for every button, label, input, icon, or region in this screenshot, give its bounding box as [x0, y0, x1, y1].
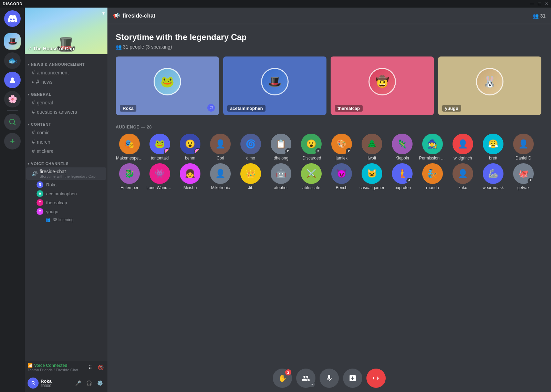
audience-member-idiscarded[interactable]: 😮 🎙 iDiscarded [298, 134, 325, 161]
audience-name: dimo [246, 156, 255, 161]
server-name: ✓ The House of Cap [28, 46, 74, 51]
invite-button[interactable]: ▾ [296, 369, 315, 388]
close-button[interactable]: ✕ [545, 1, 548, 6]
audience-avatar: 👑 [240, 163, 261, 184]
hash-icon: # [32, 139, 35, 145]
audience-member-bench[interactable]: 😈 Bench [328, 163, 355, 190]
audience-name: Entemper [121, 185, 138, 190]
speaker-card-therealcap[interactable]: 🤠 therealcap [331, 56, 434, 115]
audience-member-lone-wanderer[interactable]: 👾 Lone Wanderer [146, 163, 174, 190]
audience-member-jwoff[interactable]: 🌲 jwoff [358, 134, 386, 161]
server-3[interactable] [4, 72, 21, 88]
audience-member-ibuprofen[interactable]: 🧜 🎙 ibuprofen [388, 163, 416, 190]
audience-member-jamiek[interactable]: 🎨 🎙 jamiek [328, 134, 355, 161]
voice-participant-therealcap[interactable]: T therealcap [35, 198, 107, 207]
channel-stickers[interactable]: # stickers [26, 147, 106, 156]
audience-member-casual-gamer[interactable]: 🐱 casual gamer [358, 163, 386, 190]
audience-member-daniel-d[interactable]: 👤 Daniel D [510, 134, 537, 161]
channel-announcement[interactable]: # announcement [26, 68, 106, 77]
audience-avatar: 🧜 🎙 [392, 163, 413, 184]
audience-member-dimo[interactable]: 🌀 dimo [237, 134, 264, 161]
audience-member-wearamask[interactable]: 🦾 wearamask [479, 163, 507, 190]
audience-member-rnanda[interactable]: 🧞 rnanda [419, 163, 446, 190]
mute-button[interactable]: 🎤 [73, 378, 83, 388]
server-2[interactable]: 🐟 [4, 52, 21, 69]
audience-member-zuko[interactable]: 👤 zuko [449, 163, 477, 190]
category-content[interactable]: ▾ CONTENT [25, 117, 107, 128]
settings-button[interactable]: ⚙️ [95, 378, 105, 388]
category-news[interactable]: ▾ NEWS & ANNOUNCEMENT [25, 57, 107, 68]
channel-questions-answers[interactable]: # questions-answers [26, 107, 106, 116]
signal-icon: 📶 [28, 363, 33, 368]
discord-home-button[interactable] [4, 10, 21, 27]
app-brand: DISCORD [3, 2, 23, 6]
audience-member-makemespeakrr[interactable]: 🎭 Makemespeakrr [116, 134, 143, 161]
speaker-name-yuugu: yuugu [442, 105, 461, 112]
speaker-card-acetaminophen[interactable]: 🎩 acetaminophen [223, 56, 326, 115]
audience-name: ibuprofen [394, 185, 411, 190]
raise-hand-button[interactable]: ✋ 2 [273, 369, 292, 388]
maximize-button[interactable]: ☐ [538, 1, 541, 6]
vc-leave-button[interactable]: 📵 [96, 363, 105, 372]
audience-avatar: 🎨 🎙 [331, 134, 352, 154]
channel-general[interactable]: # general [26, 98, 106, 107]
audience-name: brett [489, 156, 497, 161]
bottom-toolbar: ✋ 2 ▾ [107, 368, 551, 392]
audience-name: casual gamer [360, 185, 384, 190]
chevron-down-icon: ▾ [28, 93, 30, 96]
add-server-button[interactable]: + [4, 133, 21, 149]
category-voice[interactable]: ▾ VOICE CHANNELS [25, 156, 107, 167]
explore-servers-button[interactable] [4, 114, 21, 130]
audience-member-wildgrinch[interactable]: 👤 wildgrinch [449, 134, 477, 161]
svg-line-2 [14, 123, 15, 125]
deafen-button[interactable]: 🎧 [84, 378, 94, 388]
mic-button[interactable] [320, 369, 339, 388]
avatar: T [37, 199, 43, 206]
audience-name: Makemespeakrr [116, 156, 143, 161]
dropdown-icon: ▾ [309, 382, 315, 387]
audience-member-miketronic[interactable]: 👤 Miketronic [207, 163, 234, 190]
voice-participant-acetaminophen[interactable]: A acetaminophen [35, 189, 107, 198]
audience-member-entemper[interactable]: 🐉 Entemper [116, 163, 143, 190]
audience-member-meishu[interactable]: 👧 Meishu [176, 163, 204, 190]
speaker-card-roka[interactable]: 🐸 Roka 🛡 [116, 56, 219, 115]
audience-member-kleppin[interactable]: 🦎 Kleppin [388, 134, 416, 161]
voice-connected-bar: 📶 Voice Connected Tonton Friends / Fires… [25, 361, 107, 374]
chevron-down-icon: ▾ [28, 162, 30, 165]
audience-member-cori[interactable]: 👤 Cori [207, 134, 234, 161]
hash-icon: # [32, 109, 35, 115]
user-panel: R Roka #0000 🎤 🎧 ⚙️ [25, 374, 107, 392]
speaker-avatar-roka: 🐸 [154, 68, 181, 95]
audience-member-brett[interactable]: 😤 brett [479, 134, 507, 161]
category-general[interactable]: ▾ GENERAL [25, 87, 107, 98]
server-4[interactable]: 🌸 [4, 91, 21, 107]
channel-merch[interactable]: # merch [26, 137, 106, 146]
audience-member-benm[interactable]: 😮 ⚡ benm [176, 134, 204, 161]
audience-member-abfuscate[interactable]: ⚔️ abfuscate [298, 163, 325, 190]
voice-channel-fireside[interactable]: 🔊 fireside-chat Storytime with the legen… [26, 167, 106, 180]
audience-member-jib[interactable]: 👑 Jib [237, 163, 264, 190]
server-house-of-cap[interactable]: 🎩 [4, 33, 21, 50]
channel-comic[interactable]: # comic [26, 128, 106, 137]
server-menu-button[interactable]: ▾ [102, 10, 105, 16]
audience-member-xtopher[interactable]: 🤖 xtopher [267, 163, 295, 190]
audience-avatar: 😮 🎙 [301, 134, 322, 154]
minimize-button[interactable]: — [530, 1, 534, 6]
audience-member-dhelong[interactable]: 📋 🎙 dhelong [267, 134, 295, 161]
hash-icon: # [36, 79, 39, 85]
audience-member-tontontaki[interactable]: 🐸 ⚡ tontontaki [146, 134, 174, 161]
voice-participant-yuugu[interactable]: Y yuugu [35, 207, 107, 216]
leave-stage-button[interactable] [366, 369, 386, 388]
speaker-card-yuugu[interactable]: 🐰 yuugu [438, 56, 541, 115]
audience-name: Kleppin [395, 156, 409, 161]
audience-avatar: 🤖 [271, 163, 291, 184]
channel-news[interactable]: ▶ # news [26, 78, 106, 86]
titlebar-controls: — ☐ ✕ [530, 1, 548, 6]
audience-member-permission-man[interactable]: 🧙 Permission Man [419, 134, 446, 161]
voice-participant-roka[interactable]: R Roka [35, 180, 107, 189]
add-speaker-button[interactable] [343, 369, 362, 388]
people-count: 31 [540, 13, 545, 19]
vc-signal-button[interactable]: ⠿ [86, 363, 94, 372]
channel-header: 📢 fireside-chat 👥 31 [107, 8, 551, 24]
audience-member-getvax[interactable]: 🐙 🎙 getvax [510, 163, 537, 190]
